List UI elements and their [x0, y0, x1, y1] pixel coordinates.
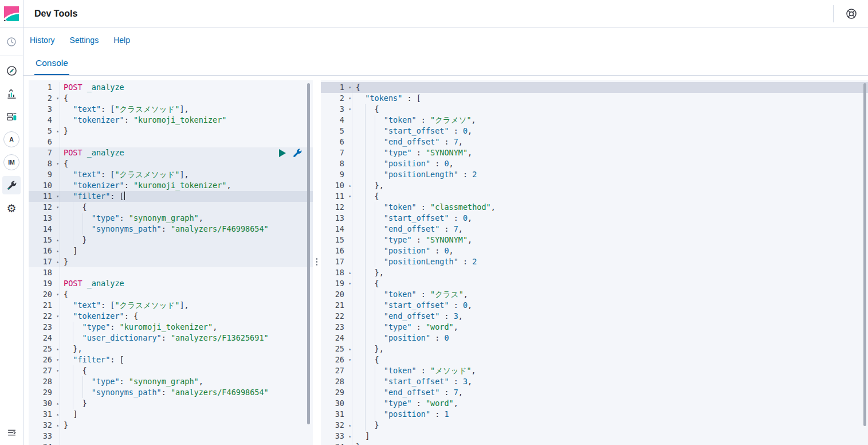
- management-gear-icon: ⚙: [2, 199, 21, 217]
- editor-line: 2▾ "tokens" : [: [321, 93, 868, 104]
- tab-console[interactable]: Console: [34, 52, 69, 75]
- request-editor-scrollbar[interactable]: [307, 83, 310, 424]
- response-viewer[interactable]: 1▾{2▾ "tokens" : [3▾ {4 "token" : "クラメソ"…: [321, 80, 868, 445]
- menu-item-help[interactable]: Help: [113, 36, 130, 45]
- editor-line: 21 "text": ["クラスメソッド"],: [29, 300, 313, 311]
- sidebar-item-visualize[interactable]: [0, 82, 23, 105]
- editor-line: 27 "token" : "メソッド",: [321, 365, 868, 376]
- fold-toggle-icon[interactable]: ▴: [56, 245, 59, 256]
- line-number: 21: [43, 300, 52, 310]
- editor-line: 17▴}: [29, 256, 313, 267]
- fold-toggle-icon[interactable]: ▾: [56, 158, 59, 169]
- topbar-divider: [833, 5, 834, 22]
- sidebar-item-devtools[interactable]: [0, 174, 23, 197]
- fold-toggle-icon[interactable]: ▾: [348, 104, 351, 115]
- kibana-logo[interactable]: [0, 0, 23, 28]
- line-number: 13: [335, 213, 344, 222]
- console-menu-bar: History Settings Help: [23, 28, 868, 52]
- collapse-menu-button[interactable]: [0, 421, 23, 444]
- line-number: 7: [340, 148, 344, 157]
- line-number: 19: [43, 279, 52, 288]
- line-number: 26: [43, 355, 52, 364]
- line-number: 12: [43, 202, 52, 212]
- fold-toggle-icon[interactable]: ▾: [56, 202, 59, 213]
- menu-item-history[interactable]: History: [30, 36, 55, 45]
- editor-line: 13 "type": "synonym_graph",: [29, 213, 313, 224]
- wrench-icon: [293, 149, 302, 158]
- editor-line: 5▴}: [29, 126, 313, 136]
- fold-toggle-icon[interactable]: ▾: [348, 82, 351, 93]
- fold-toggle-icon[interactable]: ▾: [348, 191, 351, 202]
- editor-line: 8▾{: [29, 158, 313, 169]
- line-number: 28: [43, 377, 52, 386]
- fold-toggle-icon[interactable]: ▾: [348, 278, 351, 289]
- editor-line: 9 "positionLength" : 2: [321, 169, 868, 180]
- editor-line: 24 "position" : 0: [321, 333, 868, 343]
- editor-line: 12▾ {: [29, 202, 313, 213]
- fold-toggle-icon[interactable]: ▾: [348, 93, 351, 104]
- editor-line: 23 "type" : "word",: [321, 322, 868, 333]
- fold-toggle-icon[interactable]: ▴: [348, 420, 351, 431]
- editor-line: 24 "user_dictionary": "analyzers/F136256…: [29, 333, 313, 343]
- editor-line: 16▴ ]: [29, 245, 313, 256]
- line-number: 30: [43, 399, 52, 408]
- help-button[interactable]: [845, 7, 858, 20]
- kibana-logo-icon: [4, 6, 19, 21]
- editor-line: 27▾ {: [29, 365, 313, 376]
- fold-toggle-icon[interactable]: ▴: [348, 431, 351, 442]
- recently-viewed-button[interactable]: [0, 30, 23, 53]
- editor-line: 1▾{: [321, 82, 868, 93]
- line-number: 34: [43, 442, 52, 445]
- sidebar-item-management[interactable]: ⚙: [0, 197, 23, 220]
- line-number: 4: [340, 115, 344, 124]
- line-number: 17: [43, 257, 52, 266]
- top-bar: Dev Tools: [23, 0, 868, 28]
- fold-toggle-icon[interactable]: ▴: [56, 343, 59, 354]
- fold-toggle-icon[interactable]: ▾: [56, 311, 59, 322]
- fold-toggle-icon[interactable]: ▾: [56, 365, 59, 376]
- request-options-button[interactable]: [293, 149, 302, 158]
- send-request-button[interactable]: [279, 149, 286, 157]
- line-number: 29: [335, 388, 344, 397]
- fold-toggle-icon[interactable]: ▾: [56, 93, 59, 104]
- line-number: 11: [43, 192, 52, 201]
- panel-splitter[interactable]: [313, 76, 321, 445]
- line-number: 10: [43, 181, 52, 190]
- fold-toggle-icon[interactable]: ▴: [56, 235, 59, 245]
- fold-toggle-icon[interactable]: ▴: [56, 126, 59, 136]
- editor-line: 19POST _analyze: [29, 278, 313, 289]
- sidebar-item-dashboard[interactable]: [0, 105, 23, 128]
- editor-line: 26▾ "filter": [: [29, 354, 313, 365]
- sidebar-item-index-management[interactable]: IM: [0, 151, 23, 174]
- page-title: Dev Tools: [34, 9, 77, 19]
- fold-toggle-icon[interactable]: ▾: [348, 354, 351, 365]
- fold-toggle-icon[interactable]: ▴: [56, 409, 59, 420]
- fold-toggle-icon[interactable]: ▴: [56, 420, 59, 431]
- line-number: 9: [48, 170, 52, 179]
- line-number: 14: [43, 224, 52, 233]
- line-number: 12: [335, 202, 344, 212]
- fold-toggle-icon[interactable]: ▾: [56, 191, 59, 202]
- fold-toggle-icon[interactable]: ▴: [56, 256, 59, 267]
- editor-line: 10▴ },: [321, 180, 868, 191]
- line-number: 27: [43, 366, 52, 375]
- response-viewer-scrollbar[interactable]: [863, 83, 866, 426]
- fold-toggle-icon[interactable]: ▴: [348, 267, 351, 278]
- line-number: 2: [340, 93, 344, 103]
- fold-toggle-icon[interactable]: ▴: [56, 398, 59, 409]
- fold-toggle-icon[interactable]: ▴: [348, 180, 351, 191]
- sidebar-item-apm[interactable]: A: [0, 128, 23, 151]
- line-number: 32: [43, 420, 52, 430]
- editor-line: 28 "type": "synonym_graph",: [29, 376, 313, 387]
- line-number: 31: [43, 409, 52, 419]
- editor-line: 33▴ ]: [321, 431, 868, 442]
- sidebar-item-discover[interactable]: [0, 59, 23, 82]
- menu-item-settings[interactable]: Settings: [70, 36, 99, 45]
- request-editor[interactable]: 1POST _analyze2▾{3 "text": ["クラスメソッド"],4…: [29, 80, 313, 445]
- fold-toggle-icon[interactable]: ▾: [56, 354, 59, 365]
- fold-toggle-icon[interactable]: ▴: [348, 343, 351, 354]
- app-sidebar: A IM ⚙: [0, 0, 23, 445]
- line-number: 10: [335, 181, 344, 190]
- fold-toggle-icon[interactable]: ▾: [56, 289, 59, 300]
- line-number: 15: [335, 235, 344, 244]
